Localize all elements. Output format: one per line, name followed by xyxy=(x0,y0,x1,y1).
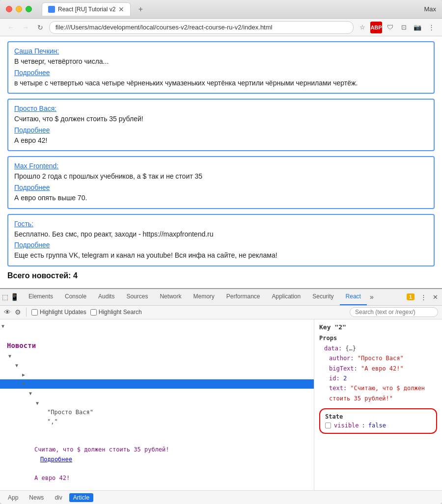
breadcrumb-item-news[interactable]: News xyxy=(25,493,48,502)
address-bar: ← → ↻ ☆ ABP 🛡 ⊡ 📷 ⋮ xyxy=(0,19,442,36)
reload-button[interactable]: ↻ xyxy=(34,22,46,33)
gear-icon[interactable]: ⚙ xyxy=(15,308,21,316)
news-readmore[interactable]: Подробнее xyxy=(14,241,428,249)
news-author[interactable]: Max Frontend: xyxy=(14,162,428,170)
news-author[interactable]: Просто Вася: xyxy=(14,105,428,112)
dom-line[interactable] xyxy=(0,351,314,361)
dom-triangle[interactable] xyxy=(28,390,33,398)
highlight-updates-checkbox[interactable]: Highlight Updates xyxy=(31,309,86,316)
title-bar: React [RU] Tutorial v2 ✕ + Max xyxy=(0,0,442,19)
address-input[interactable] xyxy=(49,21,354,34)
close-button[interactable] xyxy=(6,6,12,12)
news-author[interactable]: Гость: xyxy=(14,220,428,228)
devtools-main: Новости"Просто Вася"","Считаю, что $ дол… xyxy=(0,319,442,490)
devtools-tab-elements[interactable]: Elements xyxy=(23,289,59,305)
breadcrumb-item-article[interactable]: Article xyxy=(69,493,93,502)
dom-triangle[interactable] xyxy=(14,362,20,370)
content-area: Саша Печкин: В четверг, четвёртого числа… xyxy=(0,36,442,504)
dom-line[interactable] xyxy=(0,370,314,379)
cast-icon[interactable]: ⊡ xyxy=(398,22,410,33)
maximize-button[interactable] xyxy=(26,6,32,12)
browser-window: React [RU] Tutorial v2 ✕ + Max ← → ↻ ☆ A… xyxy=(0,0,442,504)
adblock-icon[interactable]: ABP xyxy=(370,22,382,33)
news-readmore[interactable]: Подробнее xyxy=(14,126,428,134)
state-title: State xyxy=(325,413,431,420)
devtools-tab-react[interactable]: React xyxy=(340,289,367,305)
props-data-item: data: {…} xyxy=(319,344,437,353)
state-section: State visible : false xyxy=(319,408,437,434)
dom-line[interactable] xyxy=(0,398,314,408)
dom-triangle[interactable] xyxy=(21,371,27,379)
dom-tag: Подробнее xyxy=(40,456,72,463)
state-checkbox[interactable] xyxy=(325,423,331,428)
dom-line[interactable] xyxy=(0,389,314,398)
dom-line[interactable] xyxy=(0,483,314,490)
eye-icon[interactable]: 👁 xyxy=(4,308,11,316)
inspect-icon[interactable]: ⬚ xyxy=(2,293,8,301)
tab-close-icon[interactable]: ✕ xyxy=(118,5,124,13)
bookmark-icon[interactable]: ☆ xyxy=(357,22,368,33)
props-text-item: text: "Считаю, что $ должен стоить 35 ру… xyxy=(319,383,437,403)
news-readmore[interactable]: Подробнее xyxy=(14,184,428,191)
news-author[interactable]: Саша Печкин: xyxy=(14,47,428,55)
news-readmore[interactable]: Подробнее xyxy=(14,69,428,77)
devtools-search-input[interactable] xyxy=(350,307,438,317)
news-bigtext: в четыре с четвертью часа четыре чёрнень… xyxy=(14,79,428,88)
devtools-tab-console[interactable]: Console xyxy=(59,289,92,305)
devtools-panel: ⬚ 📱 ElementsConsoleAuditsSourcesNetworkM… xyxy=(0,288,442,504)
devtools-tab-security[interactable]: Security xyxy=(306,289,339,305)
total-news: Всего новостей: 4 xyxy=(7,271,435,280)
dom-triangle[interactable] xyxy=(34,399,40,407)
props-author-key: author: xyxy=(329,355,358,362)
devtools-tab-audits[interactable]: Audits xyxy=(92,289,120,305)
devtools-tab-performance[interactable]: Performance xyxy=(221,289,266,305)
props-panel: Key "2" Props data: {…} author: "Просто … xyxy=(314,319,442,490)
devtools-close-icon[interactable]: ✕ xyxy=(431,293,440,301)
devtools-tab-application[interactable]: Application xyxy=(266,289,307,305)
dom-line[interactable]: "," xyxy=(0,417,314,426)
news-text: Бесплатно. Без смс, про реакт, заходи - … xyxy=(14,230,428,239)
highlight-updates-input[interactable] xyxy=(31,309,38,316)
dom-line[interactable]: Считаю, что $ должен стоить 35 рублей! xyxy=(0,436,314,454)
forward-button[interactable]: → xyxy=(20,22,31,33)
dom-triangle[interactable] xyxy=(7,352,13,360)
screenshot-icon[interactable]: 📷 xyxy=(412,22,423,33)
dom-line[interactable] xyxy=(0,426,314,436)
tab-favicon xyxy=(48,6,55,13)
new-tab-button[interactable]: + xyxy=(134,3,147,15)
highlight-search-checkbox[interactable]: Highlight Search xyxy=(90,309,142,316)
props-title: Props xyxy=(319,335,437,342)
shield-icon[interactable]: 🛡 xyxy=(384,22,396,33)
device-icon[interactable]: 📱 xyxy=(10,293,19,301)
props-data-value: {…} xyxy=(345,345,356,352)
devtools-breadcrumb: AppNewsdivArticle xyxy=(0,490,442,504)
tab-title: React [RU] Tutorial v2 xyxy=(58,6,115,13)
devtools-tab-sources[interactable]: Sources xyxy=(120,289,154,305)
props-id-value: 2 xyxy=(343,375,347,382)
breadcrumb-item-div[interactable]: div xyxy=(51,493,66,502)
menu-icon[interactable]: ⋮ xyxy=(425,22,437,33)
dom-line[interactable] xyxy=(0,321,314,331)
dom-line[interactable] xyxy=(0,361,314,370)
devtools-tab-network[interactable]: Network xyxy=(154,289,187,305)
highlight-search-input[interactable] xyxy=(90,309,97,316)
news-cards-container: Саша Печкин: В четверг, четвёртого числа… xyxy=(7,41,435,266)
dom-triangle[interactable] xyxy=(21,380,27,388)
dom-line[interactable]: Новости xyxy=(0,331,314,351)
dom-line[interactable]: Подробнее xyxy=(0,455,314,464)
news-card: Max Frontend: Прошло 2 года с прошлых уч… xyxy=(7,156,435,209)
dom-line[interactable]: А евро 42! xyxy=(0,464,314,483)
devtools-tab-memory[interactable]: Memory xyxy=(187,289,220,305)
page-content: Саша Печкин: В четверг, четвёртого числа… xyxy=(0,36,442,288)
dom-panel[interactable]: Новости"Просто Вася"","Считаю, что $ дол… xyxy=(0,319,314,490)
minimize-button[interactable] xyxy=(16,6,22,12)
dom-triangle[interactable] xyxy=(0,322,6,330)
dom-tag: Считаю, что $ должен стоить 35 рублей! xyxy=(34,445,169,454)
dom-line[interactable]: "Просто Вася" xyxy=(0,408,314,417)
more-tabs-icon[interactable]: » xyxy=(367,293,377,301)
dom-line[interactable] xyxy=(0,379,314,389)
devtools-options-icon[interactable]: ⋮ xyxy=(418,293,429,301)
browser-tab[interactable]: React [RU] Tutorial v2 ✕ xyxy=(42,2,131,16)
breadcrumb-item-app[interactable]: App xyxy=(4,493,22,502)
back-button[interactable]: ← xyxy=(5,22,17,33)
